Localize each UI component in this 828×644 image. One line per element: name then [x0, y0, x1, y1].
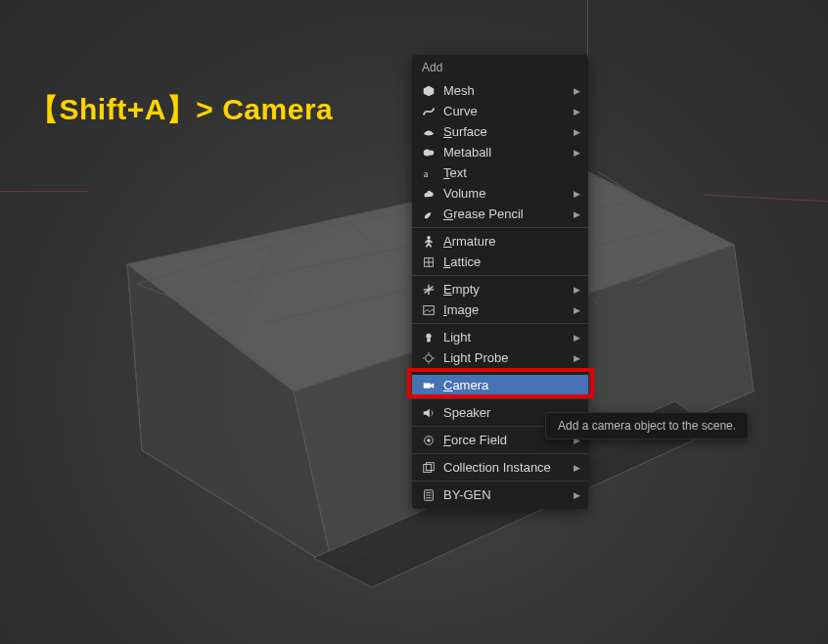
svg-point-39: [426, 333, 431, 338]
submenu-chevron-icon: ▶: [574, 490, 580, 500]
menu-separator: [412, 275, 588, 276]
svg-marker-48: [424, 408, 430, 417]
camera-icon: [420, 379, 437, 392]
submenu-chevron-icon: ▶: [574, 305, 580, 315]
menu-separator: [412, 481, 588, 482]
curve-icon: [420, 105, 437, 118]
menu-item-lattice[interactable]: Lattice: [412, 252, 588, 272]
menu-item-label: Armature: [443, 234, 580, 249]
menu-separator: [412, 453, 588, 454]
menu-item-surface[interactable]: Surface▶: [412, 121, 588, 142]
menu-item-label: Surface: [443, 124, 574, 139]
add-menu[interactable]: Add Mesh▶Curve▶Surface▶Metaball▶aTextVol…: [412, 55, 588, 509]
menu-item-label: Lattice: [443, 254, 580, 269]
menu-item-label: Light Probe: [443, 350, 574, 365]
menu-separator: [412, 371, 588, 372]
wireframe-model: [49, 157, 773, 626]
menu-item-camera[interactable]: Camera: [412, 375, 588, 395]
menu-separator: [412, 323, 588, 324]
menu-item-empty[interactable]: Empty▶: [412, 279, 588, 299]
menu-item-label: Curve: [443, 104, 574, 118]
submenu-chevron-icon: ▶: [574, 148, 580, 158]
submenu-chevron-icon: ▶: [574, 463, 580, 473]
menu-item-label: Grease Pencil: [443, 207, 574, 221]
menu-item-curve[interactable]: Curve▶: [412, 101, 588, 121]
menu-item-image[interactable]: Image▶: [412, 299, 588, 320]
submenu-chevron-icon: ▶: [574, 189, 580, 199]
grease-icon: [420, 207, 437, 221]
menu-item-label: Mesh: [443, 83, 574, 98]
menu-item-label: Image: [443, 302, 574, 317]
menu-item-grease-pencil[interactable]: Grease Pencil▶: [412, 204, 588, 224]
submenu-chevron-icon: ▶: [574, 333, 580, 343]
empty-icon: [420, 283, 437, 297]
add-menu-title: Add: [412, 55, 588, 80]
speaker-icon: [420, 406, 437, 420]
menu-item-light-probe[interactable]: Light Probe▶: [412, 347, 588, 368]
svg-point-26: [427, 235, 431, 239]
menu-item-armature[interactable]: Armature: [412, 231, 588, 252]
svg-rect-40: [427, 338, 431, 342]
menu-item-label: Volume: [443, 186, 574, 201]
menu-item-by-gen[interactable]: BY-GEN▶: [412, 484, 588, 505]
camera-tooltip: Add a camera object to the scene.: [545, 412, 749, 439]
menu-item-collection-instance[interactable]: Collection Instance▶: [412, 457, 588, 478]
menu-item-volume[interactable]: Volume▶: [412, 183, 588, 204]
svg-point-24: [429, 150, 434, 155]
surface-icon: [420, 125, 437, 139]
menu-item-mesh[interactable]: Mesh▶: [412, 80, 588, 101]
menu-item-label: Empty: [443, 282, 574, 297]
menu-item-label: Text: [443, 165, 580, 180]
svg-rect-38: [424, 305, 435, 314]
text-icon: a: [420, 166, 437, 180]
annotation-text: 【Shift+A】> Camera: [29, 90, 333, 130]
lattice-icon: [420, 255, 437, 269]
light-icon: [420, 331, 437, 345]
armature-icon: [420, 235, 437, 249]
mesh-icon: [420, 84, 437, 98]
svg-rect-51: [424, 464, 432, 472]
svg-rect-46: [424, 383, 431, 388]
menu-item-label: Light: [443, 330, 574, 345]
collection-icon: [420, 461, 437, 475]
menu-item-text[interactable]: aText: [412, 162, 588, 183]
submenu-chevron-icon: ▶: [574, 209, 580, 219]
menu-separator: [412, 227, 588, 228]
menu-separator: [412, 398, 588, 399]
submenu-chevron-icon: ▶: [574, 127, 580, 137]
forcefield-icon: [420, 434, 437, 447]
menu-item-label: Metaball: [443, 145, 574, 160]
svg-line-31: [429, 243, 432, 247]
menu-item-metaball[interactable]: Metaball▶: [412, 142, 588, 162]
volume-icon: [420, 187, 437, 201]
svg-point-49: [427, 438, 431, 442]
menu-item-light[interactable]: Light▶: [412, 327, 588, 347]
lightprobe-icon: [420, 351, 437, 365]
submenu-chevron-icon: ▶: [574, 353, 580, 363]
image-icon: [420, 303, 437, 317]
submenu-chevron-icon: ▶: [574, 107, 580, 116]
metaball-icon: [420, 146, 437, 160]
svg-marker-22: [424, 85, 435, 96]
submenu-chevron-icon: ▶: [574, 285, 580, 295]
svg-point-41: [426, 354, 433, 361]
menu-item-label: Camera: [443, 378, 580, 392]
svg-marker-47: [431, 383, 435, 388]
submenu-chevron-icon: ▶: [574, 86, 580, 96]
menu-item-label: BY-GEN: [443, 487, 574, 502]
menu-item-label: Collection Instance: [443, 460, 574, 475]
svg-rect-52: [426, 462, 434, 470]
bygen-icon: [420, 488, 437, 502]
svg-text:a: a: [424, 167, 429, 178]
